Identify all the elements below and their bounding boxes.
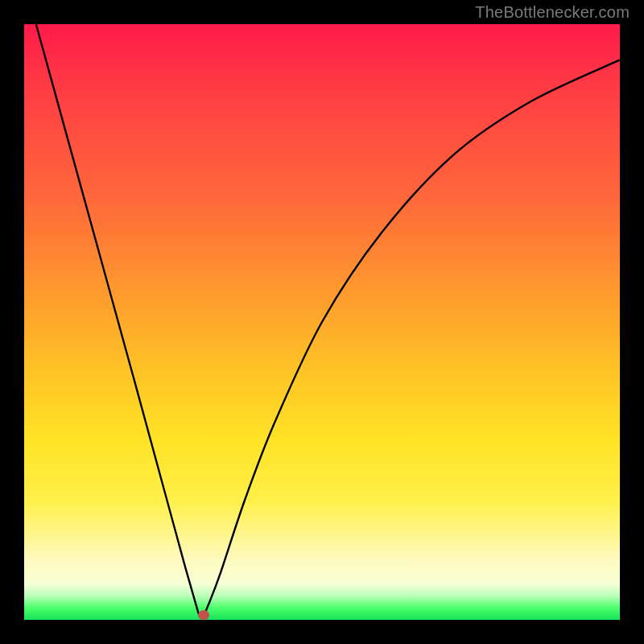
- curve-svg: [24, 24, 620, 620]
- attribution-text: TheBottlenecker.com: [475, 3, 630, 22]
- optimum-marker: [198, 610, 209, 620]
- chart-frame: TheBottlenecker.com: [0, 0, 644, 644]
- bottleneck-curve-path: [36, 24, 620, 618]
- plot-area: [24, 24, 620, 620]
